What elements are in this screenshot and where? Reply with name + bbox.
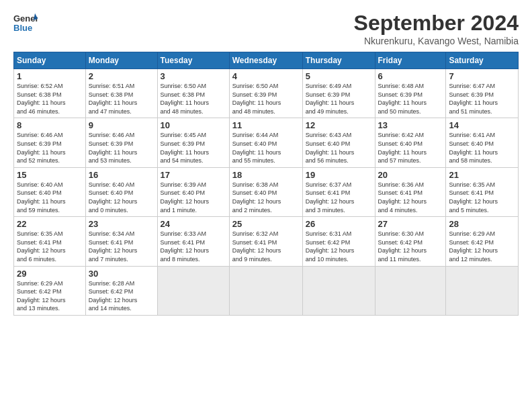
day-number: 26 — [306, 219, 372, 229]
day-number: 8 — [17, 120, 83, 130]
day-info: Sunrise: 6:34 AM Sunset: 6:41 PM Dayligh… — [89, 230, 154, 263]
calendar-cell — [157, 266, 229, 315]
day-number: 25 — [232, 219, 300, 229]
calendar-cell: 27Sunrise: 6:30 AM Sunset: 6:42 PM Dayli… — [375, 217, 446, 266]
day-number: 16 — [89, 170, 154, 180]
calendar-cell — [446, 266, 519, 315]
calendar-cell: 18Sunrise: 6:38 AM Sunset: 6:40 PM Dayli… — [229, 167, 302, 216]
calendar-cell: 10Sunrise: 6:45 AM Sunset: 6:39 PM Dayli… — [157, 118, 229, 167]
day-info: Sunrise: 6:32 AM Sunset: 6:41 PM Dayligh… — [232, 230, 300, 263]
day-info: Sunrise: 6:45 AM Sunset: 6:39 PM Dayligh… — [161, 131, 226, 165]
calendar-cell — [229, 266, 302, 315]
calendar-cell: 11Sunrise: 6:44 AM Sunset: 6:40 PM Dayli… — [229, 118, 302, 167]
day-number: 24 — [161, 219, 226, 229]
day-info: Sunrise: 6:41 AM Sunset: 6:40 PM Dayligh… — [449, 131, 515, 165]
calendar-cell: 13Sunrise: 6:42 AM Sunset: 6:40 PM Dayli… — [375, 118, 446, 167]
calendar-cell: 2Sunrise: 6:51 AM Sunset: 6:38 PM Daylig… — [85, 69, 157, 118]
calendar-cell: 28Sunrise: 6:29 AM Sunset: 6:42 PM Dayli… — [446, 217, 519, 266]
calendar-header: Sunday Monday Tuesday Wednesday Thursday… — [14, 52, 519, 69]
calendar-cell — [302, 266, 375, 315]
day-info: Sunrise: 6:35 AM Sunset: 6:41 PM Dayligh… — [449, 181, 515, 214]
calendar-week-row: 22Sunrise: 6:35 AM Sunset: 6:41 PM Dayli… — [14, 217, 519, 266]
day-info: Sunrise: 6:29 AM Sunset: 6:42 PM Dayligh… — [449, 230, 515, 263]
day-number: 22 — [17, 219, 83, 229]
calendar-cell — [375, 266, 446, 315]
day-number: 13 — [378, 120, 443, 130]
calendar-cell: 8Sunrise: 6:46 AM Sunset: 6:39 PM Daylig… — [14, 118, 86, 167]
calendar-cell: 14Sunrise: 6:41 AM Sunset: 6:40 PM Dayli… — [446, 118, 519, 167]
logo: General Blue — [13, 11, 38, 35]
day-number: 4 — [232, 71, 300, 81]
day-info: Sunrise: 6:33 AM Sunset: 6:41 PM Dayligh… — [161, 230, 226, 263]
calendar-cell: 20Sunrise: 6:36 AM Sunset: 6:41 PM Dayli… — [375, 167, 446, 216]
day-info: Sunrise: 6:28 AM Sunset: 6:42 PM Dayligh… — [89, 279, 154, 313]
calendar-cell: 19Sunrise: 6:37 AM Sunset: 6:41 PM Dayli… — [302, 167, 375, 216]
day-number: 23 — [89, 219, 154, 229]
day-number: 3 — [161, 71, 226, 81]
calendar-cell: 3Sunrise: 6:50 AM Sunset: 6:38 PM Daylig… — [157, 69, 229, 118]
calendar-week-row: 8Sunrise: 6:46 AM Sunset: 6:39 PM Daylig… — [14, 118, 519, 167]
calendar-cell: 22Sunrise: 6:35 AM Sunset: 6:41 PM Dayli… — [14, 217, 86, 266]
month-title: September 2024 — [354, 11, 519, 36]
day-info: Sunrise: 6:50 AM Sunset: 6:39 PM Dayligh… — [232, 82, 300, 116]
day-number: 14 — [449, 120, 515, 130]
calendar-cell: 29Sunrise: 6:29 AM Sunset: 6:42 PM Dayli… — [14, 266, 86, 315]
calendar-cell: 25Sunrise: 6:32 AM Sunset: 6:41 PM Dayli… — [229, 217, 302, 266]
day-info: Sunrise: 6:42 AM Sunset: 6:40 PM Dayligh… — [378, 131, 443, 165]
day-number: 18 — [232, 170, 300, 180]
calendar-week-row: 1Sunrise: 6:52 AM Sunset: 6:38 PM Daylig… — [14, 69, 519, 118]
day-info: Sunrise: 6:38 AM Sunset: 6:40 PM Dayligh… — [232, 181, 300, 214]
calendar-cell: 15Sunrise: 6:40 AM Sunset: 6:40 PM Dayli… — [14, 167, 86, 216]
calendar-week-row: 15Sunrise: 6:40 AM Sunset: 6:40 PM Dayli… — [14, 167, 519, 216]
day-number: 6 — [378, 71, 443, 81]
day-number: 21 — [449, 170, 515, 180]
day-number: 7 — [449, 71, 515, 81]
day-info: Sunrise: 6:50 AM Sunset: 6:38 PM Dayligh… — [161, 82, 226, 116]
day-info: Sunrise: 6:40 AM Sunset: 6:40 PM Dayligh… — [89, 181, 154, 214]
day-number: 29 — [17, 269, 83, 279]
calendar-cell: 30Sunrise: 6:28 AM Sunset: 6:42 PM Dayli… — [85, 266, 157, 315]
day-info: Sunrise: 6:43 AM Sunset: 6:40 PM Dayligh… — [306, 131, 372, 165]
calendar-cell: 24Sunrise: 6:33 AM Sunset: 6:41 PM Dayli… — [157, 217, 229, 266]
svg-text:Blue: Blue — [13, 23, 32, 33]
title-block: September 2024 Nkurenkuru, Kavango West,… — [354, 11, 519, 46]
col-wednesday: Wednesday — [229, 52, 302, 69]
calendar-table: Sunday Monday Tuesday Wednesday Thursday… — [13, 52, 519, 316]
header-row: Sunday Monday Tuesday Wednesday Thursday… — [14, 52, 519, 69]
day-number: 9 — [89, 120, 154, 130]
calendar-cell: 5Sunrise: 6:49 AM Sunset: 6:39 PM Daylig… — [302, 69, 375, 118]
day-number: 1 — [17, 71, 83, 81]
day-info: Sunrise: 6:39 AM Sunset: 6:40 PM Dayligh… — [161, 181, 226, 214]
calendar-cell: 9Sunrise: 6:46 AM Sunset: 6:39 PM Daylig… — [85, 118, 157, 167]
day-info: Sunrise: 6:36 AM Sunset: 6:41 PM Dayligh… — [378, 181, 443, 214]
subtitle: Nkurenkuru, Kavango West, Namibia — [354, 36, 519, 46]
day-number: 12 — [306, 120, 372, 130]
calendar-cell: 21Sunrise: 6:35 AM Sunset: 6:41 PM Dayli… — [446, 167, 519, 216]
day-info: Sunrise: 6:35 AM Sunset: 6:41 PM Dayligh… — [17, 230, 83, 263]
calendar-cell: 26Sunrise: 6:31 AM Sunset: 6:42 PM Dayli… — [302, 217, 375, 266]
col-friday: Friday — [375, 52, 446, 69]
day-info: Sunrise: 6:47 AM Sunset: 6:39 PM Dayligh… — [449, 82, 515, 116]
calendar-cell: 7Sunrise: 6:47 AM Sunset: 6:39 PM Daylig… — [446, 69, 519, 118]
calendar-week-row: 29Sunrise: 6:29 AM Sunset: 6:42 PM Dayli… — [14, 266, 519, 315]
col-thursday: Thursday — [302, 52, 375, 69]
calendar-body: 1Sunrise: 6:52 AM Sunset: 6:38 PM Daylig… — [14, 69, 519, 316]
day-number: 5 — [306, 71, 372, 81]
calendar-cell: 6Sunrise: 6:48 AM Sunset: 6:39 PM Daylig… — [375, 69, 446, 118]
day-info: Sunrise: 6:29 AM Sunset: 6:42 PM Dayligh… — [17, 279, 83, 313]
day-info: Sunrise: 6:49 AM Sunset: 6:39 PM Dayligh… — [306, 82, 372, 116]
day-number: 10 — [161, 120, 226, 130]
logo-icon: General Blue — [13, 11, 38, 35]
col-saturday: Saturday — [446, 52, 519, 69]
day-number: 17 — [161, 170, 226, 180]
day-info: Sunrise: 6:44 AM Sunset: 6:40 PM Dayligh… — [232, 131, 300, 165]
day-number: 20 — [378, 170, 443, 180]
day-number: 11 — [232, 120, 300, 130]
day-number: 15 — [17, 170, 83, 180]
day-info: Sunrise: 6:46 AM Sunset: 6:39 PM Dayligh… — [89, 131, 154, 165]
day-info: Sunrise: 6:48 AM Sunset: 6:39 PM Dayligh… — [378, 82, 443, 116]
col-tuesday: Tuesday — [157, 52, 229, 69]
day-number: 30 — [89, 269, 154, 279]
day-info: Sunrise: 6:31 AM Sunset: 6:42 PM Dayligh… — [306, 230, 372, 263]
day-number: 27 — [378, 219, 443, 229]
